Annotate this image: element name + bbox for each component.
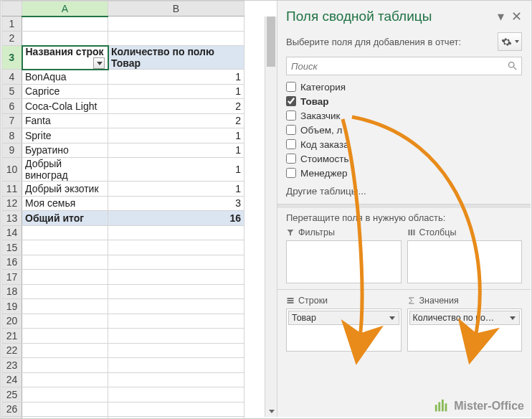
cell[interactable]: [108, 284, 244, 299]
cell[interactable]: 1: [108, 158, 244, 182]
cell[interactable]: 1: [108, 182, 244, 197]
close-icon[interactable]: ✕: [511, 9, 522, 24]
row-header[interactable]: 23: [2, 358, 22, 373]
pivot-value-header[interactable]: Количество по полю Товар: [108, 46, 244, 70]
field-row[interactable]: Объем, л: [286, 123, 525, 137]
row-header[interactable]: 21: [2, 329, 22, 344]
row-header[interactable]: 26: [2, 402, 22, 417]
row-header[interactable]: 7: [2, 113, 22, 128]
cell[interactable]: Моя семья: [22, 196, 108, 211]
row-header[interactable]: 17: [2, 270, 22, 285]
row-header[interactable]: 5: [2, 84, 22, 99]
cell[interactable]: [22, 240, 108, 255]
field-checkbox[interactable]: [286, 168, 296, 178]
row-header[interactable]: 20: [2, 314, 22, 329]
cell[interactable]: Fanta: [22, 113, 108, 128]
cell[interactable]: 1: [108, 128, 244, 143]
row-filter-dropdown[interactable]: [93, 57, 105, 69]
field-row[interactable]: Стоимость: [286, 151, 525, 166]
row-header[interactable]: 14: [2, 225, 22, 240]
field-checkbox[interactable]: [286, 139, 296, 149]
filters-dropzone[interactable]: [286, 240, 402, 283]
grand-total-value[interactable]: 16: [108, 211, 244, 226]
cell[interactable]: BonAqua: [22, 70, 108, 85]
cell[interactable]: [22, 314, 108, 329]
rows-dropzone[interactable]: Товар: [286, 309, 402, 352]
cell[interactable]: [108, 314, 244, 329]
field-checkbox[interactable]: [286, 125, 296, 135]
cell[interactable]: [108, 240, 244, 255]
cell[interactable]: [108, 17, 244, 32]
cell[interactable]: 3: [108, 196, 244, 211]
row-header[interactable]: 10: [2, 158, 22, 182]
row-header[interactable]: 12: [2, 196, 22, 211]
cell[interactable]: [22, 372, 108, 387]
row-header[interactable]: 27: [2, 417, 22, 420]
row-header[interactable]: 1: [2, 17, 22, 32]
cell[interactable]: [108, 31, 244, 46]
scrollbar-thumb[interactable]: [267, 17, 275, 67]
cell[interactable]: [22, 402, 108, 417]
row-header[interactable]: 22: [2, 343, 22, 358]
search-icon[interactable]: [507, 60, 518, 71]
row-header[interactable]: 16: [2, 255, 22, 270]
row-header[interactable]: 6: [2, 99, 22, 114]
cell[interactable]: [108, 225, 244, 240]
cell[interactable]: [22, 284, 108, 299]
cell[interactable]: [108, 299, 244, 314]
cell[interactable]: 1: [108, 84, 244, 99]
row-header[interactable]: 25: [2, 387, 22, 402]
row-header[interactable]: 24: [2, 372, 22, 387]
cell[interactable]: Буратино: [22, 143, 108, 158]
rows-field-item[interactable]: Товар: [288, 311, 399, 325]
cell[interactable]: Coca-Cola Light: [22, 99, 108, 114]
row-header[interactable]: 11: [2, 182, 22, 197]
pane-menu-dropdown-icon[interactable]: ▾: [498, 9, 504, 24]
cell[interactable]: [22, 343, 108, 358]
cell[interactable]: [108, 329, 244, 344]
field-checkbox[interactable]: [286, 154, 296, 164]
row-header[interactable]: 19: [2, 299, 22, 314]
cell[interactable]: [108, 358, 244, 373]
columns-dropzone[interactable]: [407, 240, 523, 283]
field-checkbox[interactable]: [286, 110, 296, 121]
field-row[interactable]: Категория: [286, 80, 525, 94]
cell[interactable]: [22, 329, 108, 344]
grand-total-label[interactable]: Общий итог: [22, 211, 108, 226]
cell[interactable]: [22, 255, 108, 270]
cell[interactable]: Sprite: [22, 128, 108, 143]
cell[interactable]: [22, 358, 108, 373]
cell[interactable]: [22, 299, 108, 314]
cell[interactable]: [108, 372, 244, 387]
vertical-scrollbar[interactable]: [265, 17, 277, 417]
row-header[interactable]: 2: [2, 31, 22, 46]
cell[interactable]: [22, 31, 108, 46]
cell[interactable]: [22, 417, 108, 420]
cell[interactable]: Добрый виноград: [22, 158, 108, 182]
cell[interactable]: [108, 270, 244, 285]
cell[interactable]: 1: [108, 70, 244, 85]
cell[interactable]: [22, 17, 108, 32]
scroll-down-arrow-icon[interactable]: [265, 405, 277, 417]
cell[interactable]: [22, 387, 108, 402]
row-header[interactable]: 3: [2, 46, 22, 70]
values-dropzone[interactable]: Количество по полю ...: [407, 309, 523, 352]
field-row[interactable]: Товар: [286, 94, 525, 108]
select-all-cell[interactable]: [2, 1, 22, 17]
cell[interactable]: [108, 255, 244, 270]
cell[interactable]: [108, 402, 244, 417]
cell[interactable]: [22, 225, 108, 240]
row-header[interactable]: 9: [2, 143, 22, 158]
cell[interactable]: [108, 343, 244, 358]
row-header[interactable]: 4: [2, 70, 22, 85]
field-search-input[interactable]: [286, 57, 522, 75]
other-tables-link[interactable]: Другие таблицы...: [286, 186, 522, 197]
field-row[interactable]: Код заказа: [286, 137, 525, 151]
cell[interactable]: 1: [108, 143, 244, 158]
pivot-row-label-header[interactable]: Названия строк: [22, 46, 108, 70]
field-row[interactable]: Менеджер: [286, 166, 525, 180]
cell[interactable]: [108, 417, 244, 420]
row-header[interactable]: 8: [2, 128, 22, 143]
row-header[interactable]: 13: [2, 211, 22, 226]
field-checkbox[interactable]: [286, 96, 296, 106]
